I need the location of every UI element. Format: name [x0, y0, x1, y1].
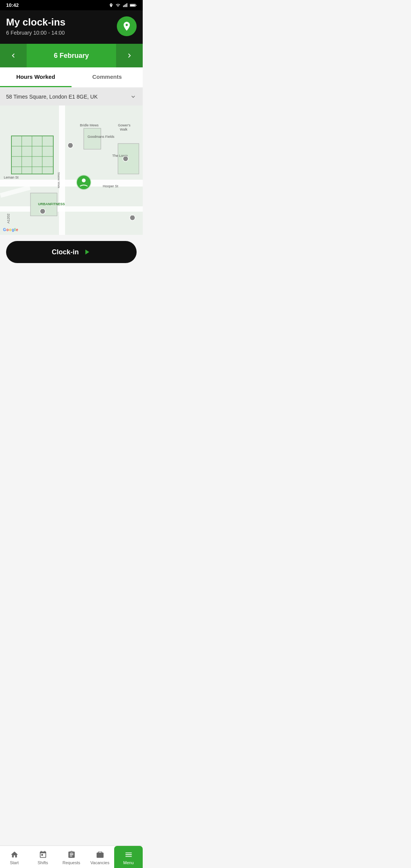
svg-text:Walk: Walk — [120, 128, 127, 131]
svg-text:Stable Walk: Stable Walk — [57, 172, 61, 188]
svg-text:Hooper St: Hooper St — [103, 184, 118, 188]
date-navigation: 6 February — [0, 44, 143, 67]
wifi-icon — [115, 3, 121, 8]
clockin-label: Clock-in — [52, 248, 79, 256]
status-bar: 10:42 — [0, 0, 143, 10]
svg-rect-10 — [59, 105, 65, 235]
location-button[interactable] — [117, 16, 137, 36]
svg-text:Gower's: Gower's — [118, 123, 131, 127]
prev-date-button[interactable] — [0, 44, 27, 67]
svg-text:A1202: A1202 — [6, 214, 10, 223]
play-icon — [83, 248, 91, 256]
header-subtitle: 6 February 10:00 - 14:00 — [6, 30, 65, 36]
svg-rect-0 — [123, 5, 124, 7]
svg-text:Leman St: Leman St — [4, 176, 19, 179]
svg-rect-1 — [124, 5, 125, 7]
header-text: My clock-ins 6 February 10:00 - 14:00 — [6, 16, 65, 36]
signal-icon — [123, 3, 128, 8]
svg-point-43 — [82, 179, 86, 182]
chevron-down-icon — [130, 93, 137, 100]
chevron-left-icon — [9, 51, 18, 60]
svg-rect-3 — [127, 3, 127, 7]
next-date-button[interactable] — [116, 44, 143, 67]
clockin-button[interactable]: Clock-in — [6, 241, 137, 263]
chevron-right-icon — [125, 51, 134, 60]
svg-rect-9 — [0, 180, 143, 187]
google-logo: Google — [3, 228, 18, 232]
svg-rect-11 — [0, 206, 143, 212]
svg-text:URBANFITNESS: URBANFITNESS — [38, 202, 65, 206]
status-icons — [109, 3, 137, 8]
tab-hours-worked[interactable]: Hours Worked — [0, 67, 72, 87]
location-status-icon — [109, 3, 113, 8]
battery-icon — [130, 3, 137, 8]
map-view[interactable]: Stable Walk Leman St Bridle Mews Gower's… — [0, 105, 143, 235]
svg-rect-2 — [126, 4, 126, 7]
page-title: My clock-ins — [6, 16, 65, 28]
svg-text:Bridle Mews: Bridle Mews — [80, 123, 99, 127]
main-content: Hours Worked Comments 58 Times Square, L… — [0, 67, 143, 300]
address-text: 58 Times Square, London E1 8GE, UK — [6, 94, 97, 100]
status-time: 10:42 — [6, 2, 19, 8]
svg-text:Goodmans Fields: Goodmans Fields — [88, 135, 115, 139]
header: My clock-ins 6 February 10:00 - 14:00 — [0, 10, 143, 44]
address-bar[interactable]: 58 Times Square, London E1 8GE, UK — [0, 88, 143, 105]
svg-rect-5 — [135, 5, 136, 6]
tab-bar: Hours Worked Comments — [0, 67, 143, 88]
svg-rect-20 — [84, 128, 101, 149]
map-svg: Stable Walk Leman St Bridle Mews Gower's… — [0, 105, 143, 235]
svg-rect-13 — [11, 136, 53, 174]
tab-comments[interactable]: Comments — [72, 67, 143, 87]
current-date: 6 February — [27, 52, 116, 60]
location-pin-icon — [121, 21, 132, 32]
svg-rect-6 — [130, 4, 135, 6]
